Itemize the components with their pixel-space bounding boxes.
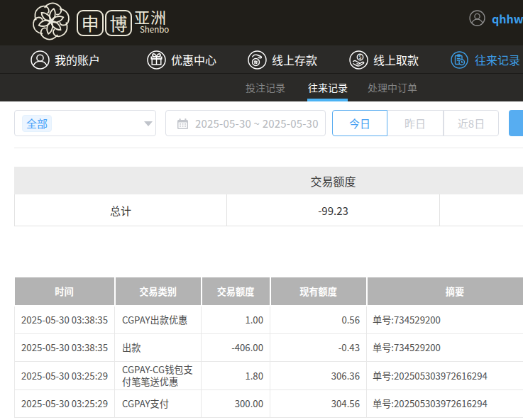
svg-text:$: $ — [359, 53, 362, 60]
